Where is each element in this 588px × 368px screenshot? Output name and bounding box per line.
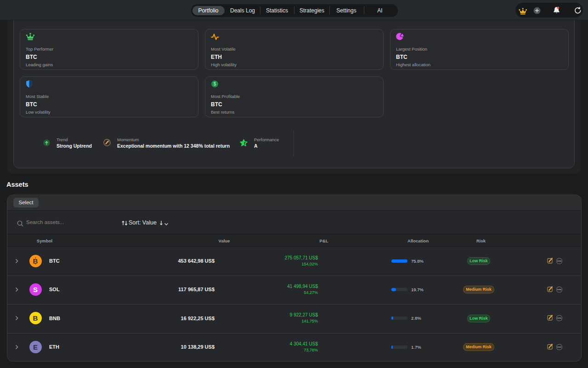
svg-text:$: $ bbox=[214, 81, 216, 86]
